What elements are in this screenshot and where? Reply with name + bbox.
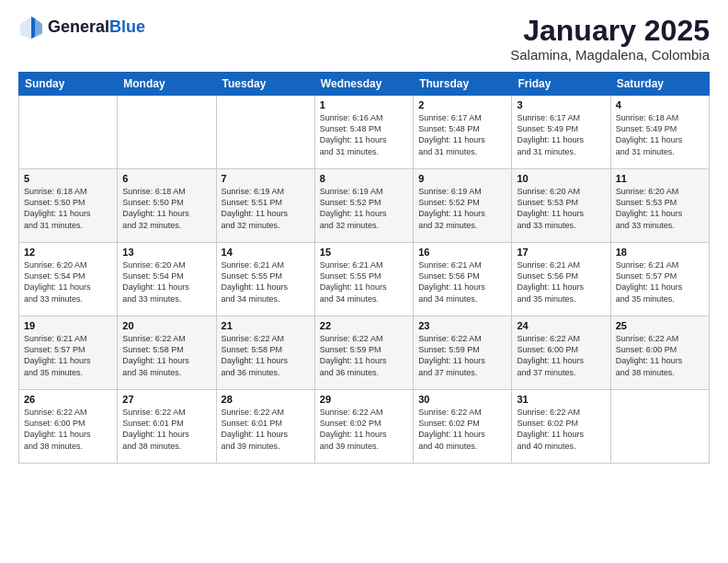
day-info: Sunrise: 6:20 AM Sunset: 5:53 PM Dayligh… [616, 186, 704, 231]
calendar-cell [19, 96, 118, 169]
day-number: 23 [418, 320, 506, 331]
calendar-cell: 3Sunrise: 6:17 AM Sunset: 5:49 PM Daylig… [512, 96, 610, 169]
day-info: Sunrise: 6:22 AM Sunset: 6:00 PM Dayligh… [616, 333, 704, 378]
day-info: Sunrise: 6:21 AM Sunset: 5:57 PM Dayligh… [616, 259, 704, 304]
day-number: 12 [24, 247, 112, 258]
col-wednesday: Wednesday [314, 73, 413, 96]
day-number: 16 [418, 247, 506, 258]
day-info: Sunrise: 6:22 AM Sunset: 5:58 PM Dayligh… [222, 333, 310, 378]
calendar-cell: 26Sunrise: 6:22 AM Sunset: 6:00 PM Dayli… [19, 390, 118, 464]
calendar-cell [610, 390, 709, 464]
calendar-cell: 14Sunrise: 6:21 AM Sunset: 5:55 PM Dayli… [216, 243, 314, 316]
day-number: 19 [24, 320, 112, 331]
day-number: 20 [122, 320, 210, 331]
location-title: Salamina, Magdalena, Colombia [510, 47, 710, 63]
calendar-cell: 2Sunrise: 6:17 AM Sunset: 5:48 PM Daylig… [414, 96, 512, 169]
calendar-week-2: 5Sunrise: 6:18 AM Sunset: 5:50 PM Daylig… [19, 169, 710, 243]
logo-icon [18, 15, 44, 40]
day-info: Sunrise: 6:18 AM Sunset: 5:49 PM Dayligh… [616, 112, 704, 157]
day-info: Sunrise: 6:21 AM Sunset: 5:56 PM Dayligh… [517, 259, 605, 304]
day-number: 5 [24, 173, 112, 184]
day-info: Sunrise: 6:17 AM Sunset: 5:49 PM Dayligh… [517, 112, 605, 157]
day-number: 8 [320, 173, 408, 184]
day-info: Sunrise: 6:17 AM Sunset: 5:48 PM Dayligh… [418, 112, 506, 157]
calendar-week-4: 19Sunrise: 6:21 AM Sunset: 5:57 PM Dayli… [19, 316, 710, 390]
day-number: 3 [517, 99, 605, 110]
calendar-cell: 10Sunrise: 6:20 AM Sunset: 5:53 PM Dayli… [512, 169, 610, 243]
day-info: Sunrise: 6:22 AM Sunset: 6:00 PM Dayligh… [517, 333, 605, 378]
day-info: Sunrise: 6:21 AM Sunset: 5:57 PM Dayligh… [24, 333, 112, 378]
day-number: 6 [122, 173, 210, 184]
day-number: 9 [418, 173, 506, 184]
col-sunday: Sunday [19, 73, 118, 96]
day-info: Sunrise: 6:19 AM Sunset: 5:51 PM Dayligh… [222, 186, 310, 231]
day-number: 22 [320, 320, 408, 331]
day-info: Sunrise: 6:22 AM Sunset: 6:01 PM Dayligh… [122, 407, 210, 452]
day-number: 11 [616, 173, 704, 184]
day-number: 4 [616, 99, 704, 110]
day-info: Sunrise: 6:22 AM Sunset: 6:02 PM Dayligh… [517, 407, 605, 452]
calendar-cell: 23Sunrise: 6:22 AM Sunset: 5:59 PM Dayli… [414, 316, 512, 390]
calendar-cell [216, 96, 314, 169]
calendar-cell: 22Sunrise: 6:22 AM Sunset: 5:59 PM Dayli… [314, 316, 413, 390]
day-info: Sunrise: 6:22 AM Sunset: 6:01 PM Dayligh… [222, 407, 310, 452]
calendar-cell: 7Sunrise: 6:19 AM Sunset: 5:51 PM Daylig… [216, 169, 314, 243]
day-info: Sunrise: 6:22 AM Sunset: 6:02 PM Dayligh… [418, 407, 506, 452]
day-number: 24 [517, 320, 605, 331]
calendar-cell: 18Sunrise: 6:21 AM Sunset: 5:57 PM Dayli… [610, 243, 709, 316]
calendar-cell: 17Sunrise: 6:21 AM Sunset: 5:56 PM Dayli… [512, 243, 610, 316]
calendar-cell [118, 96, 216, 169]
day-info: Sunrise: 6:18 AM Sunset: 5:50 PM Dayligh… [122, 186, 210, 231]
day-info: Sunrise: 6:22 AM Sunset: 5:59 PM Dayligh… [418, 333, 506, 378]
calendar-cell: 28Sunrise: 6:22 AM Sunset: 6:01 PM Dayli… [216, 390, 314, 464]
day-number: 17 [517, 247, 605, 258]
day-info: Sunrise: 6:20 AM Sunset: 5:54 PM Dayligh… [122, 259, 210, 304]
calendar-cell: 4Sunrise: 6:18 AM Sunset: 5:49 PM Daylig… [610, 96, 709, 169]
col-tuesday: Tuesday [216, 73, 314, 96]
day-number: 15 [320, 247, 408, 258]
calendar-cell: 9Sunrise: 6:19 AM Sunset: 5:52 PM Daylig… [414, 169, 512, 243]
calendar-cell: 5Sunrise: 6:18 AM Sunset: 5:50 PM Daylig… [19, 169, 118, 243]
calendar-header-row: Sunday Monday Tuesday Wednesday Thursday… [19, 73, 710, 96]
day-info: Sunrise: 6:20 AM Sunset: 5:53 PM Dayligh… [517, 186, 605, 231]
calendar-cell: 12Sunrise: 6:20 AM Sunset: 5:54 PM Dayli… [19, 243, 118, 316]
day-info: Sunrise: 6:19 AM Sunset: 5:52 PM Dayligh… [418, 186, 506, 231]
calendar-cell: 21Sunrise: 6:22 AM Sunset: 5:58 PM Dayli… [216, 316, 314, 390]
day-info: Sunrise: 6:22 AM Sunset: 5:59 PM Dayligh… [320, 333, 408, 378]
calendar-cell: 13Sunrise: 6:20 AM Sunset: 5:54 PM Dayli… [118, 243, 216, 316]
day-info: Sunrise: 6:22 AM Sunset: 6:00 PM Dayligh… [24, 407, 112, 452]
calendar-cell: 6Sunrise: 6:18 AM Sunset: 5:50 PM Daylig… [118, 169, 216, 243]
calendar-cell: 11Sunrise: 6:20 AM Sunset: 5:53 PM Dayli… [610, 169, 709, 243]
day-info: Sunrise: 6:16 AM Sunset: 5:48 PM Dayligh… [320, 112, 408, 157]
calendar-cell: 31Sunrise: 6:22 AM Sunset: 6:02 PM Dayli… [512, 390, 610, 464]
calendar-cell: 1Sunrise: 6:16 AM Sunset: 5:48 PM Daylig… [314, 96, 413, 169]
day-number: 2 [418, 99, 506, 110]
day-number: 29 [320, 394, 408, 405]
day-number: 21 [222, 320, 310, 331]
day-info: Sunrise: 6:19 AM Sunset: 5:52 PM Dayligh… [320, 186, 408, 231]
calendar-cell: 30Sunrise: 6:22 AM Sunset: 6:02 PM Dayli… [414, 390, 512, 464]
title-block: January 2025 Salamina, Magdalena, Colomb… [510, 15, 710, 63]
day-info: Sunrise: 6:21 AM Sunset: 5:55 PM Dayligh… [320, 259, 408, 304]
day-number: 7 [222, 173, 310, 184]
day-number: 10 [517, 173, 605, 184]
month-title: January 2025 [510, 15, 710, 47]
calendar-cell: 29Sunrise: 6:22 AM Sunset: 6:02 PM Dayli… [314, 390, 413, 464]
calendar-cell: 24Sunrise: 6:22 AM Sunset: 6:00 PM Dayli… [512, 316, 610, 390]
calendar-cell: 19Sunrise: 6:21 AM Sunset: 5:57 PM Dayli… [19, 316, 118, 390]
calendar-cell: 27Sunrise: 6:22 AM Sunset: 6:01 PM Dayli… [118, 390, 216, 464]
calendar-cell: 15Sunrise: 6:21 AM Sunset: 5:55 PM Dayli… [314, 243, 413, 316]
day-info: Sunrise: 6:20 AM Sunset: 5:54 PM Dayligh… [24, 259, 112, 304]
calendar-week-1: 1Sunrise: 6:16 AM Sunset: 5:48 PM Daylig… [19, 96, 710, 169]
svg-marker-2 [31, 17, 35, 39]
calendar-cell: 20Sunrise: 6:22 AM Sunset: 5:58 PM Dayli… [118, 316, 216, 390]
logo-text: GeneralBlue [48, 18, 145, 37]
calendar-week-5: 26Sunrise: 6:22 AM Sunset: 6:00 PM Dayli… [19, 390, 710, 464]
day-info: Sunrise: 6:21 AM Sunset: 5:56 PM Dayligh… [418, 259, 506, 304]
day-number: 25 [616, 320, 704, 331]
header: GeneralBlue January 2025 Salamina, Magda… [18, 15, 710, 63]
col-monday: Monday [118, 73, 216, 96]
calendar-cell: 16Sunrise: 6:21 AM Sunset: 5:56 PM Dayli… [414, 243, 512, 316]
day-number: 1 [320, 99, 408, 110]
col-saturday: Saturday [610, 73, 709, 96]
